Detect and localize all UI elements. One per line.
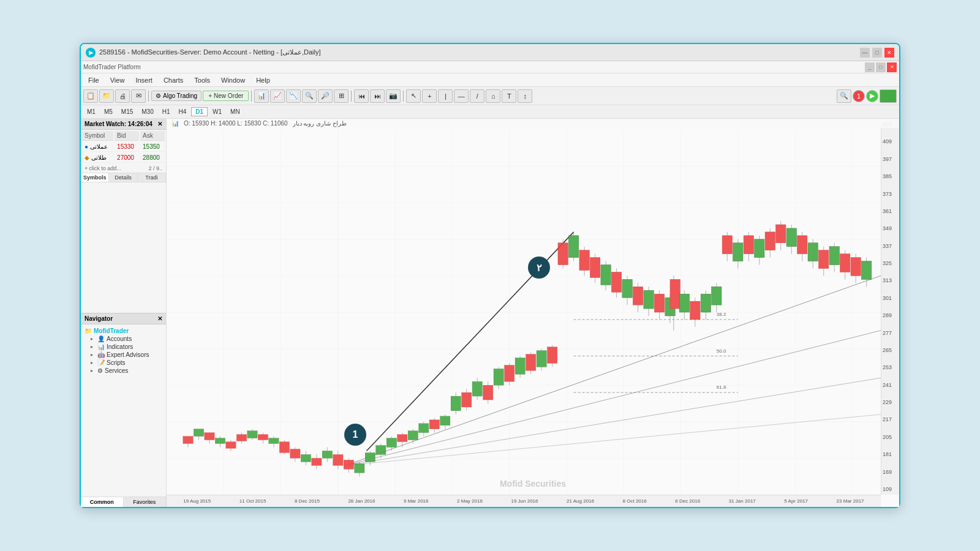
menu-tools[interactable]: Tools [189,75,215,85]
root-icon: 📁 [85,328,92,334]
zoom-out-button[interactable]: 🔎 [318,89,333,103]
nav-item-indicators[interactable]: ▸ 📊 Indicators [83,343,164,351]
svg-rect-48 [258,435,268,440]
svg-rect-74 [398,435,407,442]
svg-rect-64 [344,460,353,469]
arrow-button[interactable]: ↕ [518,89,532,103]
page-info: 2 / 9.. [148,165,162,171]
crosshair-button[interactable]: + [422,89,437,103]
tf-m5[interactable]: M5 [100,108,116,116]
experts-label: Expert Advisors [107,351,149,358]
tf-w1[interactable]: W1 [209,108,225,116]
market-watch-close[interactable]: ✕ [157,121,162,127]
new-order-button[interactable]: + New Order [203,91,249,101]
close-button[interactable]: ✕ [884,48,894,58]
menu-file[interactable]: File [83,75,104,85]
sub-close-button[interactable]: ✕ [887,62,897,72]
tf-d1[interactable]: D1 [191,107,208,116]
search-button[interactable]: 🔍 [837,89,851,103]
chart-type-line[interactable]: 📉 [286,89,301,103]
menu-window[interactable]: Window [216,75,250,85]
algo-trading-button[interactable]: ⚙ Algo Trading [151,91,202,101]
time-jun2016: 19 Jun 2016 [511,498,538,504]
add-label: click to add... [89,165,121,171]
chart-area[interactable]: 📊 O: 15930 H: 14000 L: 15830 C: 11060 طر… [167,119,899,507]
nav-item-accounts[interactable]: ▸ 👤 Accounts [83,335,164,343]
mail-button[interactable]: ✉ [131,89,146,103]
svg-rect-158 [840,254,850,272]
market-watch-row-1[interactable]: ● عملاتی 15330 15350 [82,142,165,152]
minimize-button[interactable]: — [860,48,870,58]
tab-details[interactable]: Details [109,173,137,182]
svg-rect-88 [472,381,482,396]
chart-header: 📊 O: 15930 H: 14000 L: 15830 C: 11060 طر… [167,119,899,128]
point-2-marker[interactable]: ٢ [528,257,550,279]
tf-m15[interactable]: M15 [118,108,137,116]
user-button[interactable]: ▶ [866,90,878,102]
grid-button[interactable]: ⊞ [334,89,349,103]
tf-mn[interactable]: MN [227,108,244,116]
screenshot-button[interactable]: 📷 [386,89,401,103]
tf-h1[interactable]: H1 [159,108,174,116]
window-title: 2589156 - MofidSecurities-Server: Demo A… [99,48,321,56]
scroll-right-button[interactable]: ⏭ [370,89,385,103]
open-button[interactable]: 📁 [99,89,114,103]
svg-rect-126 [670,279,680,309]
menu-help[interactable]: Help [251,75,275,85]
svg-rect-98 [526,354,535,371]
zoom-in-button[interactable]: 🔍 [302,89,317,103]
text-button[interactable]: T [502,89,516,103]
point-1-marker[interactable]: 1 [344,424,366,446]
svg-rect-152 [808,243,818,261]
svg-rect-50 [269,438,279,444]
svg-rect-86 [462,392,472,407]
tab-tradi[interactable]: Tradi [138,173,166,182]
hline-button[interactable]: — [454,89,469,103]
menu-charts[interactable]: Charts [159,75,188,85]
price-397: 397 [883,156,898,162]
tab-symbols[interactable]: Symbols [81,173,109,182]
connect-button[interactable] [880,89,897,103]
fib-button[interactable]: ⌂ [486,89,500,103]
notification-button[interactable]: 1 [853,90,865,102]
trendline-button[interactable]: / [470,89,484,103]
svg-rect-80 [429,420,439,429]
svg-rect-154 [819,250,829,269]
scroll-left-button[interactable]: ⏮ [354,89,369,103]
tf-h4[interactable]: H4 [175,108,190,116]
svg-rect-40 [215,438,225,444]
nav-item-services[interactable]: ▸ ⚙ Services [83,367,164,375]
sub-restore-button[interactable]: □ [876,62,886,72]
restore-button[interactable]: □ [872,48,882,58]
navigator-close[interactable]: ✕ [157,315,162,322]
tab-common[interactable]: Common [81,497,124,507]
app-icon: ▶ [86,48,96,58]
sub-minimize-button[interactable]: _ [865,62,875,72]
time-may2016: 2 May 2016 [457,498,483,504]
svg-rect-134 [712,287,722,305]
scripts-icon: 📝 [97,359,105,366]
svg-rect-90 [483,385,493,400]
print-button[interactable]: 🖨 [115,89,130,103]
tf-m30[interactable]: M30 [138,108,157,116]
chart-type-bar[interactable]: 📊 [254,89,269,103]
nav-item-root[interactable]: 📁 MofidTrader [83,327,164,335]
new-chart-button[interactable]: 📋 [83,89,98,103]
svg-rect-146 [776,225,786,243]
nav-item-scripts[interactable]: ▸ 📝 Scripts [83,359,164,367]
tf-m1[interactable]: M1 [83,108,99,116]
menu-view[interactable]: View [105,75,130,85]
price-301: 301 [883,295,898,301]
svg-rect-114 [611,272,621,292]
menu-insert[interactable]: Insert [130,75,157,85]
svg-rect-118 [633,287,643,305]
nav-item-experts[interactable]: ▸ 🤖 Expert Advisors [83,351,164,359]
left-panel: Market Watch: 14:26:04 ✕ Symbol Bid Ask [81,119,167,507]
expand-indicators: ▸ [91,344,96,350]
chart-type-candle[interactable]: 📈 [270,89,285,103]
line-button[interactable]: | [438,89,453,103]
market-watch-row-2[interactable]: ◆ طلاتی 27000 28800 [82,153,165,163]
tab-favorites[interactable]: Favorites [124,497,167,507]
add-symbol-row[interactable]: + click to add... 2 / 9.. [81,164,166,173]
cursor-button[interactable]: ↖ [406,89,421,103]
